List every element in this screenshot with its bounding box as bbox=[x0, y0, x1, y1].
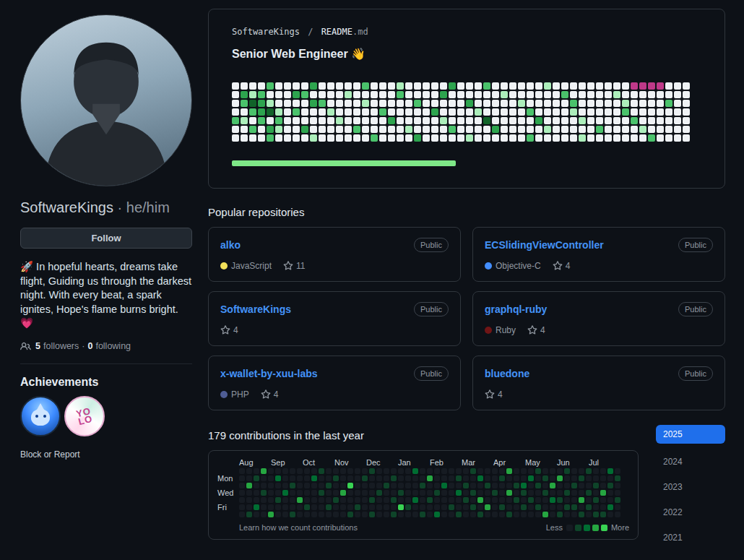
contribution-cell bbox=[362, 468, 368, 474]
contribution-cell bbox=[333, 512, 339, 517]
year-filter-2023[interactable]: 2023 bbox=[656, 478, 725, 496]
popular-repositories-title: Popular repositories bbox=[208, 206, 725, 218]
contribution-cell bbox=[391, 475, 397, 481]
contribution-cell bbox=[347, 468, 353, 474]
repo-star-count: 4 bbox=[233, 325, 238, 335]
contribution-cell bbox=[246, 483, 252, 488]
contribution-cell bbox=[518, 117, 525, 124]
repo-card: bluedone Public 4 bbox=[472, 356, 725, 410]
followers-label: followers bbox=[43, 341, 79, 351]
readme-title: Senior Web Engineer 👋 bbox=[232, 47, 701, 61]
contribution-cell bbox=[449, 497, 454, 503]
contribution-cell bbox=[441, 483, 447, 488]
contribution-cell bbox=[268, 468, 274, 474]
contribution-cell bbox=[477, 512, 483, 517]
contribution-cell bbox=[391, 483, 397, 488]
contribution-cell bbox=[648, 91, 655, 98]
contribution-cell bbox=[249, 126, 256, 133]
repo-link[interactable]: ECSlidingViewController bbox=[485, 239, 604, 251]
contribution-cell bbox=[657, 91, 664, 98]
repo-stars[interactable]: 4 bbox=[220, 325, 238, 335]
follow-button[interactable]: Follow bbox=[20, 228, 192, 249]
contribution-cell bbox=[449, 91, 456, 98]
following-label: following bbox=[95, 341, 131, 351]
repo-link[interactable]: alko bbox=[220, 239, 241, 251]
contribution-cell bbox=[586, 490, 592, 496]
contribution-cell bbox=[362, 108, 369, 116]
contribution-cell bbox=[457, 82, 464, 90]
year-filter-2024[interactable]: 2024 bbox=[656, 452, 725, 471]
contribution-cell bbox=[485, 468, 490, 474]
contribution-cell bbox=[492, 504, 498, 510]
day-label: Wed bbox=[217, 489, 233, 496]
contribution-cell bbox=[631, 126, 638, 133]
contribution-cell bbox=[587, 108, 594, 116]
contribution-cell bbox=[301, 117, 308, 124]
contribution-cell bbox=[586, 475, 592, 481]
contribution-cell bbox=[501, 100, 508, 107]
count-contributions-link[interactable]: Learn how we count contributions bbox=[239, 523, 358, 532]
year-filter-2022[interactable]: 2022 bbox=[656, 503, 725, 522]
contribution-cell bbox=[347, 483, 353, 488]
year-filter-2021[interactable]: 2021 bbox=[656, 528, 725, 547]
contribution-cell bbox=[388, 117, 395, 124]
followers-row[interactable]: 5 followers · 0 following bbox=[20, 341, 192, 352]
contribution-cell bbox=[607, 504, 613, 510]
contribution-cell bbox=[258, 108, 265, 116]
repo-stars[interactable]: 11 bbox=[283, 261, 305, 271]
contribution-cell bbox=[249, 117, 256, 124]
contribution-cell bbox=[241, 117, 248, 124]
contribution-cell bbox=[412, 497, 418, 503]
contribution-cell bbox=[665, 126, 672, 133]
repo-stars[interactable]: 4 bbox=[553, 261, 571, 271]
contribution-cell bbox=[340, 497, 346, 503]
contribution-cell bbox=[631, 108, 638, 116]
readme-breadcrumb-user[interactable]: SoftwareKings bbox=[232, 27, 300, 37]
contribution-cell bbox=[405, 108, 412, 116]
contribution-cell bbox=[466, 82, 473, 90]
avatar-silhouette-icon bbox=[21, 15, 191, 186]
contribution-cell bbox=[596, 91, 603, 98]
contribution-cell bbox=[449, 504, 454, 510]
repo-stars[interactable]: 4 bbox=[261, 389, 279, 400]
repo-link[interactable]: graphql-ruby bbox=[485, 303, 547, 315]
contribution-cell bbox=[319, 468, 324, 474]
contribution-cell bbox=[648, 100, 655, 107]
contribution-cell bbox=[239, 483, 245, 488]
achievement-badge-pull-shark[interactable] bbox=[20, 396, 61, 436]
repo-stars[interactable]: 4 bbox=[527, 325, 545, 335]
repo-link[interactable]: x-wallet-by-xuu-labs bbox=[220, 368, 318, 379]
contribution-cell bbox=[615, 483, 620, 488]
contribution-cell bbox=[379, 117, 386, 124]
contribution-cell bbox=[362, 126, 369, 133]
contribution-cell bbox=[441, 504, 447, 510]
profile-avatar[interactable] bbox=[20, 14, 192, 186]
contribution-cell bbox=[674, 91, 681, 98]
repo-stars[interactable]: 4 bbox=[485, 389, 503, 400]
block-or-report-link[interactable]: Block or Report bbox=[20, 449, 80, 460]
contribution-cell bbox=[397, 126, 404, 133]
contribution-cell bbox=[518, 126, 525, 133]
contribution-cell bbox=[521, 468, 527, 474]
achievement-badges: YOLO bbox=[20, 396, 192, 436]
contribution-cell bbox=[466, 126, 473, 133]
contribution-cell bbox=[379, 108, 386, 116]
contribution-cell bbox=[423, 117, 430, 124]
year-filter-2025[interactable]: 2025 bbox=[656, 425, 725, 444]
contribution-cell bbox=[440, 108, 447, 116]
contribution-cell bbox=[423, 100, 430, 107]
contribution-cell bbox=[441, 490, 447, 496]
contribution-cell bbox=[239, 512, 245, 517]
contribution-cell bbox=[449, 483, 454, 488]
contribution-cell bbox=[521, 475, 527, 481]
achievement-badge-yolo[interactable]: YOLO bbox=[64, 396, 105, 436]
yolo-badge-text: YOLO bbox=[73, 406, 96, 426]
contribution-cell bbox=[347, 504, 353, 510]
contribution-cell bbox=[527, 100, 534, 107]
contribution-cell bbox=[639, 126, 646, 133]
contribution-cell bbox=[596, 82, 603, 90]
contribution-cell bbox=[319, 490, 324, 496]
contribution-cell bbox=[284, 117, 291, 124]
repo-link[interactable]: bluedone bbox=[485, 368, 529, 379]
repo-link[interactable]: SoftwareKings bbox=[220, 303, 291, 315]
